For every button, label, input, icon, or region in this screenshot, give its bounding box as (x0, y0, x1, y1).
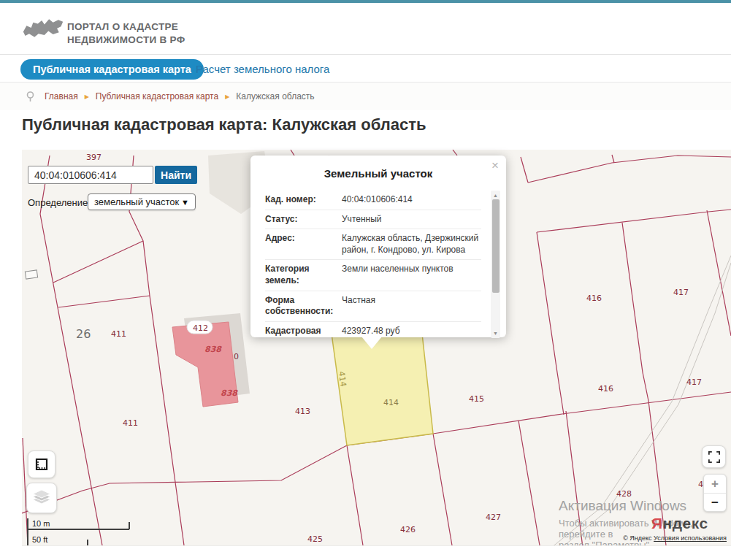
parcel-label: 4 (698, 480, 703, 489)
popup-scrollbar[interactable]: ▲ ▼ (491, 191, 500, 338)
parcel-label: 838 (204, 345, 222, 354)
popup-row: Статус:Учтенный (265, 210, 481, 230)
popup-row-value: 40:04:010606:414 (340, 194, 481, 206)
popup-row-label: Категория земель: (265, 264, 340, 286)
terms-of-use-link[interactable]: Условия использования (654, 534, 727, 542)
parcel-label: 838 (221, 388, 238, 398)
close-icon[interactable]: × (491, 158, 499, 173)
parcel-label: 425 (307, 534, 323, 544)
popup-row-label: Кадастровая стоимость: (265, 326, 340, 337)
brand-title: ПОРТАЛ О КАДАСТРЕ НЕДВИЖИМОСТИ В РФ (67, 20, 185, 46)
parcel-label: 426 (400, 525, 416, 534)
fullscreen-button[interactable] (702, 445, 726, 468)
russia-map-logo (22, 13, 64, 42)
popup-row: Кадастровая стоимость:423927.48 руб (265, 322, 481, 337)
popup-row-label: Кад. номер: (265, 194, 340, 206)
tab-land-tax-calc[interactable]: Расчет земельного налога (196, 63, 329, 75)
parcel-label: 0 (234, 352, 239, 361)
breadcrumb-home[interactable]: Главная (45, 91, 78, 101)
scroll-up-icon[interactable]: ▲ (491, 193, 500, 198)
parcel-label: 412 (193, 323, 208, 333)
parcel-label: 416 (598, 384, 613, 394)
copyright-text: © Яндекс (623, 534, 651, 542)
popup-row: Адрес:Калужская область, Дзержинский рай… (265, 229, 481, 260)
svg-text:50 ft: 50 ft (32, 535, 47, 544)
search-button[interactable]: Найти (155, 166, 197, 184)
popup-row: Форма собственности:Частная (265, 291, 481, 322)
parcel-label: 417 (686, 377, 702, 387)
parcel-label: 427 (486, 513, 501, 522)
popup-row-value: 423927.48 руб (340, 326, 481, 337)
parcel-label: 415 (469, 394, 484, 404)
popup-row-value: Частная (340, 295, 481, 318)
small-building (25, 270, 37, 279)
zoom-control: + − (703, 474, 727, 512)
parcel-label: 428 (616, 489, 632, 499)
chevron-down-icon: ▼ (181, 195, 189, 210)
parcel-label: 416 (586, 294, 602, 303)
breadcrumb-separator-icon: ▶ (85, 93, 89, 100)
page-title: Публичная кадастровая карта: Калужская о… (22, 115, 426, 134)
popup-row: Категория земель:Земли населенных пункто… (265, 260, 481, 291)
parcel-label: 411 (123, 418, 138, 428)
popup-title: Земельный участок (250, 156, 506, 180)
parcel-label: 411 (111, 329, 126, 339)
popup-row-label: Статус: (265, 214, 340, 226)
selected-parcel[interactable] (332, 334, 433, 445)
map-attribution: © Яндекс Условия использования (623, 534, 727, 542)
popup-row-label: Форма собственности: (265, 295, 340, 318)
parcel-label: 413 (295, 407, 310, 416)
breadcrumb-separator-icon: ▶ (225, 93, 229, 100)
breadcrumb-map[interactable]: Публичная кадастровая карта (96, 91, 218, 101)
scroll-down-icon[interactable]: ▼ (491, 331, 500, 336)
parcel-label: 417 (673, 288, 689, 297)
parcel-info-popup: × Земельный участок Кад. номер:40:04:010… (250, 156, 506, 337)
popup-row-value: Калужская область, Дзержинский район, г.… (340, 233, 481, 256)
zoom-in-button[interactable]: + (704, 475, 726, 494)
layers-button[interactable] (26, 483, 57, 513)
breadcrumb-current: Калужская область (236, 91, 314, 101)
parcel-label: 414 (383, 398, 399, 407)
filter-label: Определение: (28, 195, 91, 211)
svg-text:10 m: 10 m (32, 519, 50, 528)
tab-bar: Публичная кадастровая карта Расчет земел… (0, 55, 731, 83)
header: ПОРТАЛ О КАДАСТРЕ НЕДВИЖИМОСТИ В РФ (0, 3, 731, 55)
ruler-icon (34, 457, 49, 472)
fullscreen-icon (708, 451, 720, 463)
scrollbar-thumb[interactable] (492, 199, 500, 293)
popup-row-value: Учтенный (340, 214, 481, 226)
tab-public-cadastral-map[interactable]: Публичная кадастровая карта (20, 59, 204, 80)
measure-button[interactable] (28, 450, 56, 478)
parcel-label: 26 (76, 327, 91, 341)
popup-row: Кад. номер:40:04:010606:414 (265, 191, 481, 210)
yandex-logo[interactable]: Яндекс (651, 515, 708, 532)
cadastral-search-input[interactable] (28, 166, 153, 184)
location-pin-icon (26, 91, 34, 102)
map-scale: 10 m 50 ft (26, 517, 136, 546)
popup-row-value: Земли населенных пунктов (340, 264, 481, 286)
breadcrumb: Главная ▶ Публичная кадастровая карта ▶ … (0, 83, 731, 110)
parcel-label: 414 (337, 371, 348, 387)
layers-icon (32, 490, 51, 506)
popup-attribute-table: Кад. номер:40:04:010606:414Статус:Учтенн… (265, 191, 481, 337)
parcel-label: 397 (86, 153, 102, 162)
object-type-select[interactable]: земельный участок ▼ (88, 193, 196, 210)
popup-row-label: Адрес: (265, 233, 340, 256)
zoom-out-button[interactable]: − (704, 494, 726, 513)
object-type-value: земельный участок (94, 196, 179, 207)
